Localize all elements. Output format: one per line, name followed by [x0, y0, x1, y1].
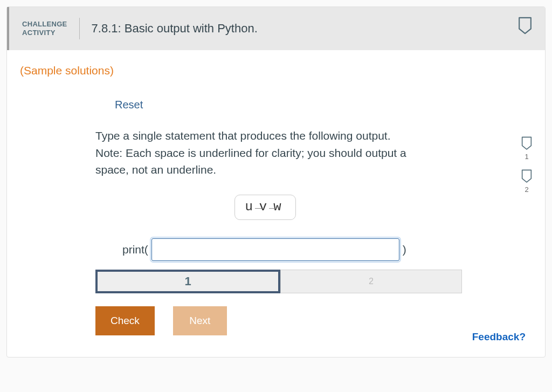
question-nav-item-1[interactable]: 1	[521, 136, 532, 161]
step-label: 1	[184, 274, 191, 288]
challenge-card: CHALLENGE ACTIVITY 7.8.1: Basic output w…	[6, 6, 546, 357]
badge-line-1: CHALLENGE	[22, 20, 67, 29]
question-nav-label: 2	[525, 185, 528, 194]
underline-space	[269, 208, 275, 209]
question-nav-item-2[interactable]: 2	[521, 169, 532, 194]
code-entry-line: print( )	[122, 238, 435, 261]
bookmark-icon	[521, 136, 532, 150]
card-body: (Sample solutions) 1 2 Reset Type a sing…	[7, 50, 545, 357]
instruction-text: Type a single statement that produces th…	[95, 127, 435, 178]
step-label: 2	[369, 277, 374, 286]
step-indicator: 1 2	[95, 270, 462, 293]
badge-line-2: ACTIVITY	[22, 29, 67, 37]
code-suffix: )	[403, 243, 406, 256]
card-header: CHALLENGE ACTIVITY 7.8.1: Basic output w…	[7, 7, 545, 50]
activity-title: 7.8.1: Basic output with Python.	[92, 22, 258, 36]
content-area: Reset Type a single statement that produ…	[20, 99, 532, 335]
question-nav-label: 1	[525, 153, 528, 161]
step-2[interactable]: 2	[280, 270, 462, 293]
bookmark-icon	[518, 17, 532, 35]
header-divider	[79, 18, 80, 39]
bookmark-button[interactable]	[518, 17, 532, 35]
check-button[interactable]: Check	[95, 306, 155, 335]
question-nav: 1 2	[521, 136, 532, 194]
underline-space	[255, 208, 261, 209]
next-button[interactable]: Next	[173, 306, 227, 335]
output-char: u	[245, 200, 257, 214]
expected-output-wrap: uvw	[95, 195, 435, 220]
bookmark-icon	[521, 169, 532, 183]
reset-link[interactable]: Reset	[115, 99, 143, 111]
sample-solutions-link[interactable]: (Sample solutions)	[20, 64, 114, 77]
action-buttons: Check Next	[95, 306, 435, 335]
activity-badge: CHALLENGE ACTIVITY	[22, 20, 67, 38]
code-prefix: print(	[122, 243, 148, 256]
step-1[interactable]: 1	[95, 270, 280, 293]
feedback-link[interactable]: Feedback?	[472, 331, 526, 343]
output-char: w	[273, 200, 285, 214]
output-char: v	[259, 200, 271, 214]
expected-output-box: uvw	[234, 195, 295, 220]
code-input[interactable]	[151, 238, 399, 261]
